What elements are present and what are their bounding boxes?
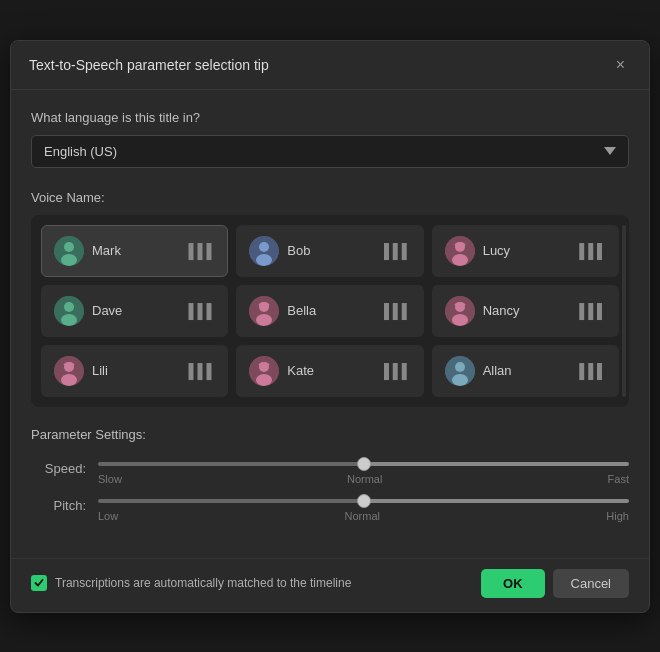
speed-labels: Slow Normal Fast [98, 473, 629, 485]
speed-min-label: Slow [98, 473, 122, 485]
svg-point-11 [61, 314, 77, 326]
svg-point-4 [259, 242, 269, 252]
svg-point-23 [256, 374, 272, 386]
pitch-row: Pitch: Low Normal High [31, 489, 629, 522]
pitch-slider[interactable] [98, 499, 629, 503]
avatar-allan [445, 356, 475, 386]
pitch-mid-label: Normal [345, 510, 380, 522]
svg-point-8 [452, 254, 468, 266]
language-question: What language is this title in? [31, 110, 629, 125]
wave-icon-bob: ▌▌▌ [384, 243, 411, 259]
wave-icon-nancy: ▌▌▌ [579, 303, 606, 319]
avatar-lili [54, 356, 84, 386]
voice-card-kate[interactable]: Kate ▌▌▌ [236, 345, 423, 397]
avatar-bob [249, 236, 279, 266]
pitch-slider-wrapper: Low Normal High [98, 489, 629, 522]
voice-name-lucy: Lucy [483, 243, 510, 258]
pitch-max-label: High [606, 510, 629, 522]
svg-point-14 [256, 314, 272, 326]
voice-card-lili[interactable]: Lili ▌▌▌ [41, 345, 228, 397]
voice-name-kate: Kate [287, 363, 314, 378]
voice-card-lucy[interactable]: Lucy ▌▌▌ [432, 225, 619, 277]
language-section: What language is this title in? English … [31, 110, 629, 168]
language-select[interactable]: English (US) English (UK) Spanish French… [31, 135, 629, 168]
parameter-section: Parameter Settings: Speed: Slow Normal F… [31, 427, 629, 522]
voice-card-bella[interactable]: Bella ▌▌▌ [236, 285, 423, 337]
pitch-label: Pitch: [31, 498, 86, 513]
svg-point-17 [452, 314, 468, 326]
close-button[interactable]: × [610, 55, 631, 75]
avatar-kate [249, 356, 279, 386]
auto-match-checkbox[interactable] [31, 575, 47, 591]
voice-card-allan[interactable]: Allan ▌▌▌ [432, 345, 619, 397]
wave-icon-lili: ▌▌▌ [189, 363, 216, 379]
voice-section: Voice Name: M [31, 190, 629, 407]
avatar-bella [249, 296, 279, 326]
pitch-min-label: Low [98, 510, 118, 522]
avatar-nancy [445, 296, 475, 326]
svg-point-1 [64, 242, 74, 252]
voice-name-allan: Allan [483, 363, 512, 378]
cancel-button[interactable]: Cancel [553, 569, 629, 598]
voice-name-nancy: Nancy [483, 303, 520, 318]
speed-mid-label: Normal [347, 473, 382, 485]
speed-row: Speed: Slow Normal Fast [31, 452, 629, 485]
checkbox-label: Transcriptions are automatically matched… [55, 576, 351, 590]
voice-name-mark: Mark [92, 243, 121, 258]
pitch-labels: Low Normal High [98, 510, 629, 522]
speed-max-label: Fast [608, 473, 629, 485]
wave-icon-allan: ▌▌▌ [579, 363, 606, 379]
avatar-lucy [445, 236, 475, 266]
checkbox-row: Transcriptions are automatically matched… [31, 575, 351, 591]
speed-slider[interactable] [98, 462, 629, 466]
avatar-mark [54, 236, 84, 266]
voice-grid: Mark ▌▌▌ [41, 225, 619, 397]
dialog-header: Text-to-Speech parameter selection tip × [11, 41, 649, 90]
wave-icon-lucy: ▌▌▌ [579, 243, 606, 259]
voice-card-bob[interactable]: Bob ▌▌▌ [236, 225, 423, 277]
wave-icon-dave: ▌▌▌ [189, 303, 216, 319]
voice-name-lili: Lili [92, 363, 108, 378]
dialog-footer: Transcriptions are automatically matched… [11, 558, 649, 612]
speed-label: Speed: [31, 461, 86, 476]
param-section-label: Parameter Settings: [31, 427, 629, 442]
voice-card-nancy[interactable]: Nancy ▌▌▌ [432, 285, 619, 337]
svg-point-25 [455, 362, 465, 372]
wave-icon-mark: ▌▌▌ [189, 243, 216, 259]
voice-card-mark[interactable]: Mark ▌▌▌ [41, 225, 228, 277]
voice-section-label: Voice Name: [31, 190, 629, 205]
svg-point-5 [256, 254, 272, 266]
wave-icon-kate: ▌▌▌ [384, 363, 411, 379]
tts-dialog: Text-to-Speech parameter selection tip ×… [10, 40, 650, 613]
dialog-title: Text-to-Speech parameter selection tip [29, 57, 269, 73]
voice-name-dave: Dave [92, 303, 122, 318]
svg-point-26 [452, 374, 468, 386]
avatar-dave [54, 296, 84, 326]
wave-icon-bella: ▌▌▌ [384, 303, 411, 319]
svg-point-2 [61, 254, 77, 266]
button-group: OK Cancel [481, 569, 629, 598]
voice-grid-container: Mark ▌▌▌ [31, 215, 629, 407]
ok-button[interactable]: OK [481, 569, 545, 598]
voice-name-bob: Bob [287, 243, 310, 258]
voice-card-dave[interactable]: Dave ▌▌▌ [41, 285, 228, 337]
svg-point-20 [61, 374, 77, 386]
speed-slider-wrapper: Slow Normal Fast [98, 452, 629, 485]
svg-point-10 [64, 302, 74, 312]
dialog-body: What language is this title in? English … [11, 90, 649, 554]
voice-name-bella: Bella [287, 303, 316, 318]
